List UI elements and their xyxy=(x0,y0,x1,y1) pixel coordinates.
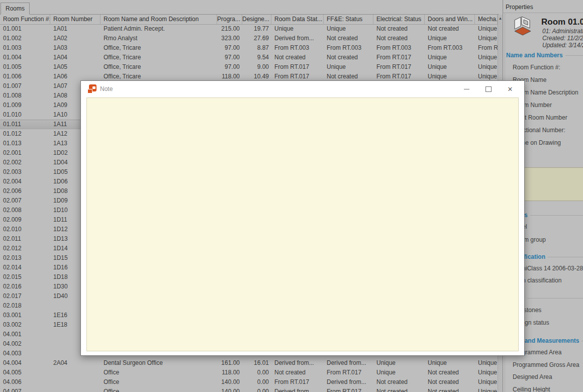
table-cell: Rmo Analyst xyxy=(101,34,217,43)
property-field-label: Designed Area xyxy=(513,373,552,380)
table-row[interactable]: 04.007Office140.000.00Derived from...Fro… xyxy=(0,387,498,392)
table-cell: Not created xyxy=(271,53,324,62)
scroll-up-arrow-icon[interactable]: ▲ xyxy=(498,16,503,22)
table-cell: 01.010 xyxy=(0,110,50,120)
table-row[interactable]: 04.0042A04Dental Surgeon Office161.0016.… xyxy=(0,358,498,368)
table-cell: 97.00 xyxy=(217,43,242,53)
table-cell: 2A04 xyxy=(50,358,101,368)
table-cell: Not created xyxy=(324,34,373,43)
table-cell: 02.007 xyxy=(0,196,50,206)
table-cell: Derived from... xyxy=(271,387,324,392)
table-cell: Derived from... xyxy=(271,34,324,43)
close-button[interactable]: ✕ xyxy=(503,83,517,95)
table-cell: 161.00 xyxy=(217,358,242,368)
column-header-7[interactable]: FF&E: Status xyxy=(324,15,373,24)
tab-rooms[interactable]: Rooms xyxy=(1,3,30,15)
table-cell: Derived from... xyxy=(324,358,373,368)
table-cell: 02.018 xyxy=(0,301,50,311)
table-cell: 04.006 xyxy=(0,377,50,387)
table-cell: Office, Tricare xyxy=(101,53,217,62)
table-cell: 9.54 xyxy=(242,53,271,62)
table-cell: 01.002 xyxy=(0,34,50,43)
column-header-2[interactable]: Room Number xyxy=(50,15,101,24)
table-cell: Unique xyxy=(475,368,498,377)
close-icon: ✕ xyxy=(508,86,513,92)
table-cell: 02.016 xyxy=(0,282,50,291)
table-cell: 118.00 xyxy=(217,368,242,377)
table-cell: 16.01 xyxy=(242,358,271,368)
table-cell: Not created xyxy=(425,387,475,392)
table-row[interactable]: 01.0011A01Patient Admin. Recept.215.0019… xyxy=(0,24,498,34)
table-cell: 02.002 xyxy=(0,158,50,167)
rooms-table-header: Room Function #:Room NumberRoom Name and… xyxy=(0,15,498,25)
table-cell: 1A02 xyxy=(50,34,101,43)
table-cell: 02.003 xyxy=(0,167,50,177)
column-header-5[interactable]: Designe... xyxy=(242,15,271,24)
column-header-8[interactable]: Electrical: Status xyxy=(373,15,425,24)
note-dialog-title: Note xyxy=(100,81,113,97)
column-header-4[interactable]: Progra... xyxy=(217,15,242,24)
note-dialog: Note ✕ xyxy=(80,80,525,356)
table-cell: From RT.003 xyxy=(373,43,425,53)
column-header-9[interactable]: Doors and Win... xyxy=(425,15,475,24)
table-cell: 04.007 xyxy=(0,387,50,392)
table-cell: 8.87 xyxy=(242,43,271,53)
properties-panel-title: Properties xyxy=(506,4,533,11)
table-cell: 215.00 xyxy=(217,24,242,34)
table-cell: Unique xyxy=(475,53,498,62)
table-cell: 03.001 xyxy=(0,311,50,320)
table-cell: Derived from... xyxy=(324,377,373,387)
table-cell: 9.00 xyxy=(242,62,271,72)
table-row[interactable]: 01.0041A04Office, Tricare97.009.54Not cr… xyxy=(0,53,498,62)
table-row[interactable]: 01.0021A02Rmo Analyst323.0027.69Derived … xyxy=(0,34,498,43)
table-cell: From RT.003 xyxy=(425,43,475,53)
column-header-3[interactable]: Room Name and Room Description xyxy=(101,15,217,24)
table-cell: From RT.003 xyxy=(324,43,373,53)
column-header-6[interactable]: Room Data Stat... xyxy=(271,15,324,24)
property-field-label: Room Function #: xyxy=(513,64,560,71)
note-app-icon xyxy=(87,84,97,94)
table-cell: 02.009 xyxy=(0,215,50,225)
property-field-label: Programmed Gross Area xyxy=(513,361,579,368)
room-created-date: Created: 11/2/20 xyxy=(542,35,583,42)
table-cell: Unique xyxy=(475,34,498,43)
table-cell: 04.002 xyxy=(0,339,50,349)
table-cell: Not created xyxy=(425,24,475,34)
table-row[interactable]: 01.0031A03Office, Tricare97.008.87From R… xyxy=(0,43,498,53)
table-cell: Office xyxy=(101,368,217,377)
table-cell: 01.007 xyxy=(0,81,50,91)
minimize-button[interactable] xyxy=(459,83,473,95)
table-cell xyxy=(50,377,101,387)
table-cell: Office, Tricare xyxy=(101,43,217,53)
table-cell: 02.001 xyxy=(0,148,50,158)
table-cell: Unique xyxy=(425,62,475,72)
application-window: Rooms Room Function #:Room NumberRoom Na… xyxy=(0,0,583,392)
table-row[interactable]: 04.005Office118.000.00Not createdFrom RT… xyxy=(0,368,498,377)
table-cell: 04.004 xyxy=(0,358,50,368)
table-row[interactable]: 04.006Office140.000.00From RT.017Derived… xyxy=(0,377,498,387)
table-cell: 02.017 xyxy=(0,291,50,301)
table-cell: From RT.017 xyxy=(373,53,425,62)
note-editor[interactable] xyxy=(86,97,519,351)
table-cell: Not created xyxy=(373,34,425,43)
table-cell: Patient Admin. Recept. xyxy=(101,24,217,34)
table-cell: 27.69 xyxy=(242,34,271,43)
table-cell: 02.006 xyxy=(0,186,50,196)
table-cell: Unique xyxy=(271,24,324,34)
maximize-button[interactable] xyxy=(481,83,496,95)
section-header: Name and Numbers xyxy=(506,52,583,59)
note-dialog-titlebar[interactable]: Note ✕ xyxy=(81,81,524,97)
table-row[interactable]: 01.0051A05Office, Tricare97.009.00From R… xyxy=(0,62,498,72)
table-cell: From RT.017 xyxy=(324,368,373,377)
column-header-10[interactable]: Mecha... xyxy=(475,15,498,24)
table-cell: 01.008 xyxy=(0,91,50,101)
table-cell: 01.006 xyxy=(0,72,50,81)
table-cell: 97.00 xyxy=(217,62,242,72)
table-cell: 140.00 xyxy=(217,377,242,387)
table-cell: 02.010 xyxy=(0,225,50,234)
room-title: Room 01.01 xyxy=(541,17,583,27)
table-cell: Unique xyxy=(425,34,475,43)
table-cell: Office xyxy=(101,387,217,392)
column-header-1[interactable]: Room Function #: xyxy=(0,15,50,24)
table-cell: 01.004 xyxy=(0,53,50,62)
